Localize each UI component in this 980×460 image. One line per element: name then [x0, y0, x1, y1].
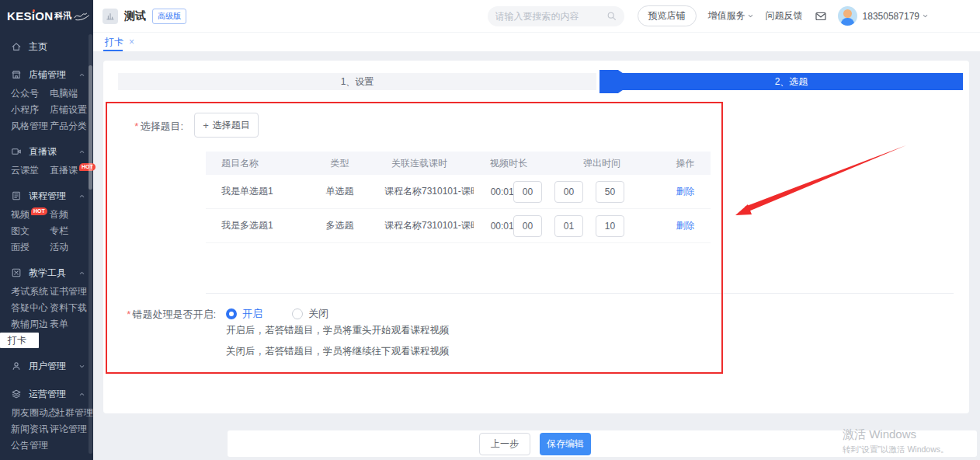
- step-bar: 1、设置 2、选题: [118, 73, 963, 90]
- question-name: 我是多选题1: [206, 219, 315, 232]
- search-box[interactable]: [488, 6, 624, 26]
- help-notes: 开启后，若答错题目，学员将重头开始观看课程视频关闭后，若答错题目，学员将继续往下…: [226, 326, 450, 368]
- sidebar-item[interactable]: 小程序: [11, 102, 50, 118]
- radio-icon[interactable]: [292, 308, 303, 319]
- popup-time-input[interactable]: [596, 215, 624, 237]
- sidebar-group-user-management[interactable]: 用户管理: [0, 355, 93, 377]
- sidebar-item[interactable]: 答疑中心: [11, 300, 50, 316]
- chevron-up-icon: [78, 148, 85, 155]
- column-header: 弹出时间: [544, 157, 660, 170]
- sidebar-item[interactable]: 电脑端: [50, 85, 78, 102]
- sidebar-item[interactable]: 产品分类: [50, 118, 87, 134]
- question-type: 多选题: [315, 219, 365, 232]
- sidebar-item[interactable]: 朋友圈动态: [11, 405, 56, 421]
- table-row: 我是多选题1多选题课程名称7310101-课时00:01:16删除: [206, 209, 711, 243]
- add-question-button[interactable]: + 选择题目: [194, 113, 259, 138]
- sidebar-item[interactable]: 教辅周边: [11, 316, 50, 333]
- required-mark: *: [127, 308, 130, 320]
- sidebar-group-shop-management[interactable]: 店铺管理: [0, 64, 93, 85]
- sidebar-scrollbar[interactable]: [89, 34, 92, 454]
- radio-icon[interactable]: [226, 308, 237, 319]
- close-icon[interactable]: ×: [129, 37, 134, 47]
- account-menu[interactable]: 18350587179: [863, 11, 929, 22]
- mail-icon[interactable]: [815, 10, 827, 23]
- previous-step-button[interactable]: 上一步: [479, 433, 530, 455]
- plus-icon: +: [203, 120, 209, 131]
- delete-link[interactable]: 删除: [676, 220, 695, 231]
- chevron-down-icon: [747, 12, 754, 19]
- step-2-select-questions[interactable]: 2、选题: [620, 73, 963, 90]
- popup-time-input[interactable]: [513, 181, 542, 203]
- sidebar-group-home[interactable]: 主页: [0, 36, 93, 57]
- chevron-up-icon: [78, 193, 85, 200]
- section-divider: [206, 293, 954, 294]
- sidebar-scrollbar-thumb[interactable]: [89, 65, 92, 190]
- sidebar-item[interactable]: 店铺设置: [50, 102, 87, 118]
- page-title: 测试: [124, 9, 146, 23]
- sidebar-item[interactable]: 音频: [50, 207, 68, 223]
- sidebar-item[interactable]: 云课堂: [11, 162, 50, 179]
- sidebar-item[interactable]: 面授: [11, 239, 50, 256]
- sidebar-item[interactable]: 风格管理: [11, 118, 50, 134]
- sidebar-item[interactable]: 资料下载: [50, 300, 87, 316]
- sidebar-item[interactable]: 打卡: [0, 333, 39, 348]
- popup-time-cell: [544, 215, 660, 237]
- hot-badge: HOT: [79, 163, 96, 171]
- sidebar-item[interactable]: 评论管理: [50, 421, 87, 437]
- search-icon[interactable]: [606, 11, 617, 21]
- sidebar-item[interactable]: 考试系统: [11, 284, 50, 300]
- sidebar-group-live-course[interactable]: 直播课: [0, 141, 93, 162]
- sidebar-item[interactable]: 公告管理: [11, 437, 50, 454]
- popup-time-input[interactable]: [513, 215, 542, 237]
- step-1-settings[interactable]: 1、设置: [118, 73, 596, 90]
- radio-option-on[interactable]: 开启: [226, 307, 262, 321]
- home-icon: [11, 41, 22, 52]
- popup-time-input[interactable]: [554, 181, 583, 203]
- sidebar-item[interactable]: 活动: [50, 239, 68, 256]
- sidebar-item[interactable]: 视频HOT: [11, 207, 50, 223]
- user-management-icon: [11, 361, 22, 371]
- sidebar-item[interactable]: 专栏: [50, 223, 68, 239]
- logo-script-mark: [73, 9, 92, 22]
- radio-option-off[interactable]: 关闭: [292, 307, 328, 321]
- preview-shop-button[interactable]: 预览店铺: [638, 5, 697, 26]
- save-edit-button[interactable]: 保存编辑: [540, 433, 591, 455]
- sidebar-group-course-management[interactable]: 课程管理: [0, 185, 93, 207]
- chevron-up-icon: [78, 391, 85, 398]
- tab-bar: 打卡 ×: [93, 32, 980, 51]
- sidebar-group-operation-management[interactable]: 运营管理: [0, 383, 93, 405]
- workspace-icon: [103, 9, 118, 24]
- tab-daka[interactable]: 打卡 ×: [103, 33, 136, 51]
- brand-logo: KESiON 科汛: [0, 0, 93, 31]
- popup-time-cell: [544, 181, 660, 203]
- wrong-answer-radio-group: 开启关闭: [226, 307, 328, 321]
- feedback-link[interactable]: 问题反馈: [766, 9, 803, 23]
- value-added-services-menu[interactable]: 增值服务: [708, 9, 754, 23]
- sidebar-item[interactable]: 社群管理: [56, 405, 93, 421]
- plan-badge: 高级版: [152, 9, 186, 24]
- note-text: 关闭后，若答错题目，学员将继续往下观看课程视频: [226, 347, 450, 357]
- sidebar-group-teaching-tools[interactable]: 教学工具: [0, 262, 93, 284]
- popup-time-input[interactable]: [554, 215, 583, 237]
- sidebar-item[interactable]: 表单: [50, 316, 68, 333]
- question-name: 我是单选题1: [206, 185, 315, 198]
- note-text: 开启后，若答错题目，学员将重头开始观看课程视频: [226, 326, 450, 336]
- sidebar-item[interactable]: 新闻资讯: [11, 421, 50, 437]
- table-header: 题目名称类型关联连载课时视频时长弹出时间操作: [206, 152, 711, 175]
- avatar[interactable]: [838, 6, 857, 26]
- select-question-label: *选择题目:: [103, 120, 183, 134]
- live-course-icon: [11, 146, 22, 157]
- teaching-tools-icon: [11, 267, 22, 278]
- sidebar-item[interactable]: 图文: [11, 223, 50, 239]
- sidebar-group-partial[interactable]: [0, 457, 93, 460]
- brand-logo-cn: 科汛: [54, 10, 71, 22]
- course-management-icon: [11, 190, 22, 201]
- operation-management-icon: [11, 389, 22, 399]
- delete-link[interactable]: 删除: [676, 186, 695, 197]
- popup-time-input[interactable]: [596, 181, 624, 203]
- chevron-up-icon: [78, 71, 85, 78]
- sidebar-item[interactable]: 公众号: [11, 85, 50, 102]
- column-header: 视频时长: [474, 157, 544, 170]
- sidebar-item[interactable]: 证书管理: [50, 284, 87, 300]
- search-input[interactable]: [495, 11, 606, 22]
